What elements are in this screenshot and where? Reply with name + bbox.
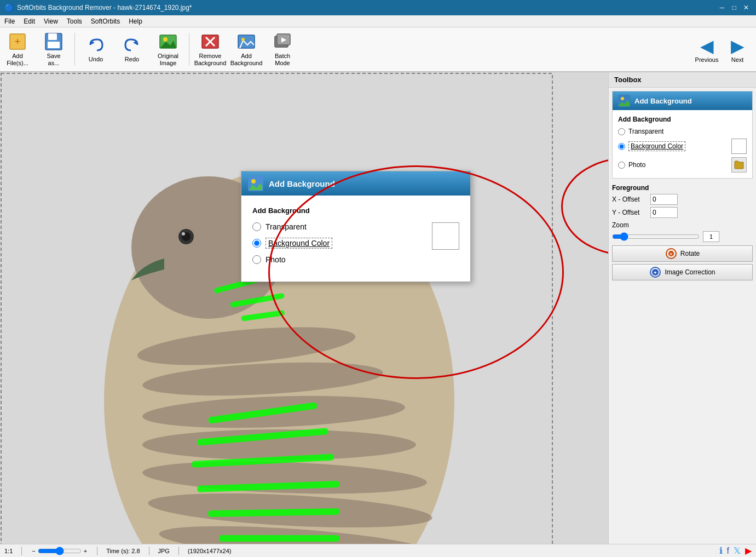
dialog-title: Add Background xyxy=(269,179,335,188)
menu-bar: File Edit View Tools SoftOrbits Help xyxy=(0,15,756,27)
background-color-radio[interactable] xyxy=(252,239,261,248)
photo-radio[interactable] xyxy=(252,255,261,264)
transparent-label: Transparent xyxy=(266,222,307,231)
toolbox-add-bg-label: Add Background xyxy=(634,97,692,105)
toolbar: + AddFile(s)... Saveas... Undo xyxy=(0,27,756,72)
svg-point-30 xyxy=(182,232,185,236)
toolbox-bgcolor-label: Background Color xyxy=(628,141,685,151)
dialog-icon xyxy=(248,176,263,191)
close-button[interactable]: ✕ xyxy=(741,2,752,13)
minimize-button[interactable]: ─ xyxy=(717,2,728,13)
batch-mode-icon: ▶ xyxy=(273,32,292,51)
batch-mode-button[interactable]: ▶ BatchMode xyxy=(265,29,300,70)
x-offset-label: X - Offset xyxy=(612,196,650,203)
image-correction-button[interactable]: ✦ Image Correction xyxy=(612,264,753,280)
svg-rect-3 xyxy=(48,33,57,40)
zoom-value-input[interactable] xyxy=(703,231,719,242)
previous-button[interactable]: ◀ Previous xyxy=(692,32,721,67)
redo-button[interactable]: Redo xyxy=(114,29,149,70)
status-separator-2 xyxy=(97,547,97,555)
zoom-minus-btn[interactable]: − xyxy=(31,548,36,554)
undo-button[interactable]: Undo xyxy=(78,29,113,70)
dialog-body: Add Background Transparent Background Co… xyxy=(241,196,470,282)
toolbox-panel: Toolbox Add Background Add Background Tr… xyxy=(608,72,756,544)
toolbox-section-header: Add Background xyxy=(613,91,752,110)
image-correction-label: Image Correction xyxy=(665,268,715,276)
original-image-icon xyxy=(158,32,178,51)
window-title: SoftOrbits Background Remover - hawk-271… xyxy=(17,4,192,12)
zoom-plus-btn[interactable]: + xyxy=(83,548,88,554)
svg-point-45 xyxy=(621,97,624,100)
youtube-icon[interactable]: ▶ xyxy=(745,545,752,556)
toolbox-transparent-radio[interactable] xyxy=(618,128,625,135)
svg-rect-4 xyxy=(48,42,60,48)
add-background-button[interactable]: AddBackground xyxy=(229,29,264,70)
add-file-button[interactable]: + AddFile(s)... xyxy=(0,29,35,70)
menu-tools[interactable]: Tools xyxy=(62,15,86,27)
menu-edit[interactable]: Edit xyxy=(19,15,39,27)
zoom-slider[interactable] xyxy=(612,232,700,241)
rotate-icon: ✕ xyxy=(665,248,677,260)
foreground-label: Foreground xyxy=(612,182,753,194)
toolbox-photo-option[interactable]: Photo xyxy=(618,161,731,169)
photo-label: Photo xyxy=(266,255,286,264)
toolbox-add-bg-body: Add Background Transparent Background Co… xyxy=(613,110,752,178)
main-area: Add Background Add Background Transparen… xyxy=(0,72,756,544)
menu-help[interactable]: Help xyxy=(124,15,147,27)
twitter-icon[interactable]: 𝕏 xyxy=(734,545,741,556)
maximize-button[interactable]: □ xyxy=(729,2,740,13)
background-color-option[interactable]: Background Color xyxy=(252,238,423,249)
y-offset-input[interactable] xyxy=(650,207,678,218)
rotate-button[interactable]: ✕ Rotate xyxy=(612,245,753,262)
zoom-controls: − + xyxy=(31,547,88,555)
next-label: Next xyxy=(731,56,744,63)
menu-softorbits[interactable]: SoftOrbits xyxy=(86,15,124,27)
next-button[interactable]: ▶ Next xyxy=(723,32,752,67)
status-bar: 1:1 − + Time (s): 2.8 JPG (1920x1477x24)… xyxy=(0,544,756,557)
image-canvas xyxy=(0,72,608,544)
original-image-label: OriginalImage xyxy=(158,53,178,67)
toolbox-photo-label: Photo xyxy=(628,161,645,169)
background-color-label: Background Color xyxy=(266,238,332,249)
zoom-level-text: 1:1 xyxy=(4,548,13,554)
svg-text:✦: ✦ xyxy=(653,270,657,275)
time-label: Time (s): xyxy=(106,548,130,554)
toolbox-photo-radio[interactable] xyxy=(618,162,625,169)
toolbox-folder-button[interactable] xyxy=(731,157,747,173)
original-image-button[interactable]: OriginalImage xyxy=(151,29,186,70)
title-bar: 🔵 SoftOrbits Background Remover - hawk-2… xyxy=(0,0,756,15)
transparent-option[interactable]: Transparent xyxy=(252,222,423,231)
time-display: Time (s): 2.8 xyxy=(106,548,140,554)
remove-background-icon xyxy=(200,32,220,51)
toolbox-title: Toolbox xyxy=(609,72,756,88)
x-offset-input[interactable] xyxy=(650,194,678,205)
toolbox-color-preview[interactable] xyxy=(731,139,747,154)
dialog-header: Add Background xyxy=(241,171,470,196)
toolbox-bgcolor-radio[interactable] xyxy=(618,143,625,150)
dimensions-display: (1920x1477x24) xyxy=(188,548,232,554)
transparent-radio[interactable] xyxy=(252,222,261,231)
hawk-image-svg xyxy=(0,72,608,544)
remove-background-button[interactable]: RemoveBackground xyxy=(193,29,228,70)
toolbox-transparent-option[interactable]: Transparent xyxy=(618,128,747,135)
color-preview-box[interactable] xyxy=(432,222,459,250)
rotate-label: Rotate xyxy=(680,250,700,257)
status-separator-3 xyxy=(149,547,149,555)
facebook-icon[interactable]: f xyxy=(727,546,729,556)
image-correction-icon: ✦ xyxy=(649,266,661,278)
redo-icon xyxy=(122,35,142,55)
status-zoom-slider[interactable] xyxy=(38,547,82,555)
folder-icon xyxy=(734,160,744,169)
next-arrow-icon: ▶ xyxy=(731,36,745,56)
undo-label: Undo xyxy=(89,56,103,63)
canvas-area[interactable]: Add Background Add Background Transparen… xyxy=(0,72,608,544)
previous-arrow-icon: ◀ xyxy=(700,36,714,56)
y-offset-label: Y - Offset xyxy=(612,209,650,216)
save-button[interactable]: Saveas... xyxy=(36,29,71,70)
photo-option[interactable]: Photo xyxy=(252,255,423,264)
menu-view[interactable]: View xyxy=(39,15,62,27)
toolbox-bgcolor-option[interactable]: Background Color xyxy=(618,141,731,151)
redo-label: Redo xyxy=(125,56,139,63)
menu-file[interactable]: File xyxy=(0,15,19,27)
zoom-section: Zoom xyxy=(612,221,753,242)
